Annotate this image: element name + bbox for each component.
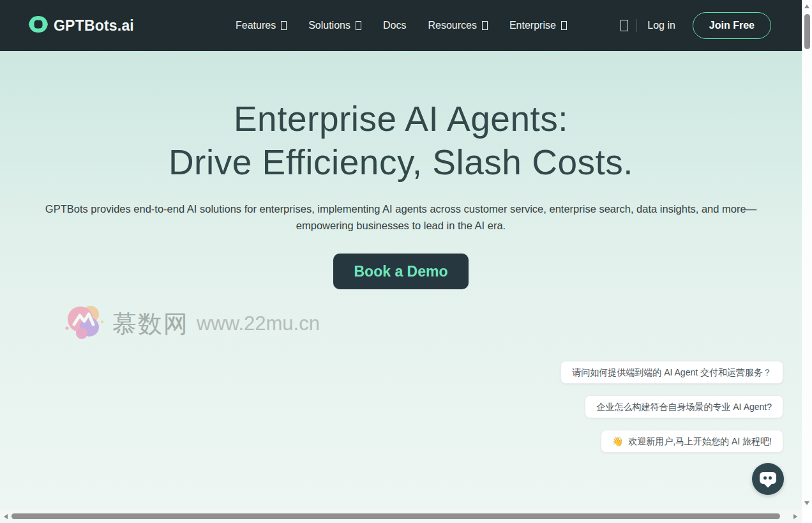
scroll-left-arrow-icon[interactable]: [4, 514, 8, 519]
horizontal-scrollbar[interactable]: [0, 510, 802, 523]
chat-bubble-text: 企业怎么构建符合自身场景的专业 AI Agent?: [596, 402, 772, 412]
nav-item-features[interactable]: Features: [236, 20, 287, 31]
scroll-right-arrow-icon[interactable]: [793, 514, 797, 519]
chat-bubble-icon: [760, 472, 776, 484]
nav-item-label: Solutions: [308, 20, 350, 31]
caret-placeholder-icon: [561, 21, 567, 30]
header-actions: Log in Join Free: [620, 0, 771, 51]
chat-suggestion-bubble[interactable]: 企业怎么构建符合自身场景的专业 AI Agent?: [585, 395, 783, 418]
brand-name: GPTBots.ai: [54, 17, 134, 34]
hero-title-line1: Enterprise AI Agents:: [0, 97, 802, 140]
brand-logo[interactable]: GPTBots.ai: [28, 0, 134, 51]
book-demo-button[interactable]: Book a Demo: [333, 254, 469, 289]
chat-bubble-text: 请问如何提供端到端的 AI Agent 交付和运营服务？: [572, 367, 772, 377]
caret-placeholder-icon: [281, 21, 287, 30]
caret-placeholder-icon: [482, 21, 488, 30]
nav-item-label: Enterprise: [509, 20, 556, 31]
hero-title: Enterprise AI Agents: Drive Efficiency, …: [0, 97, 802, 184]
caret-placeholder-icon: [356, 21, 361, 30]
nav-item-label: Resources: [428, 20, 476, 31]
language-globe-icon[interactable]: [620, 20, 628, 31]
vertical-scrollbar[interactable]: [802, 0, 812, 510]
horizontal-scrollbar-thumb[interactable]: [11, 513, 780, 519]
gptbots-logo-icon: [28, 15, 49, 36]
hero-title-line2: Drive Efficiency, Slash Costs.: [0, 140, 802, 184]
scroll-down-arrow-icon[interactable]: [804, 501, 809, 505]
header-divider: [636, 19, 637, 32]
chat-welcome-bubble[interactable]: 👋 欢迎新用户,马上开始您的 AI 旅程吧!: [601, 430, 783, 453]
nav-item-docs[interactable]: Docs: [383, 20, 406, 31]
chat-suggestion-bubble[interactable]: 请问如何提供端到端的 AI Agent 交付和运营服务？: [560, 361, 783, 384]
chat-widget-button[interactable]: [752, 463, 784, 495]
wave-emoji-icon: 👋: [612, 436, 623, 446]
nav-item-label: Features: [236, 20, 276, 31]
login-link[interactable]: Log in: [647, 20, 675, 31]
scroll-up-arrow-icon[interactable]: [804, 4, 809, 8]
join-free-button[interactable]: Join Free: [693, 12, 771, 39]
scrollbar-corner: [802, 510, 812, 523]
top-navigation-bar: GPTBots.ai Features Solutions Docs Resou…: [0, 0, 812, 51]
nav-item-label: Docs: [383, 20, 406, 31]
hero-subtitle: GPTBots provides end-to-end AI solutions…: [27, 201, 774, 234]
vertical-scrollbar-thumb[interactable]: [804, 14, 810, 49]
nav-item-enterprise[interactable]: Enterprise: [509, 20, 567, 31]
nav-item-resources[interactable]: Resources: [428, 20, 487, 31]
nav-item-solutions[interactable]: Solutions: [308, 20, 361, 31]
main-nav: Features Solutions Docs Resources Enterp…: [236, 0, 567, 51]
chat-bubble-text: 欢迎新用户,马上开始您的 AI 旅程吧!: [628, 436, 772, 446]
